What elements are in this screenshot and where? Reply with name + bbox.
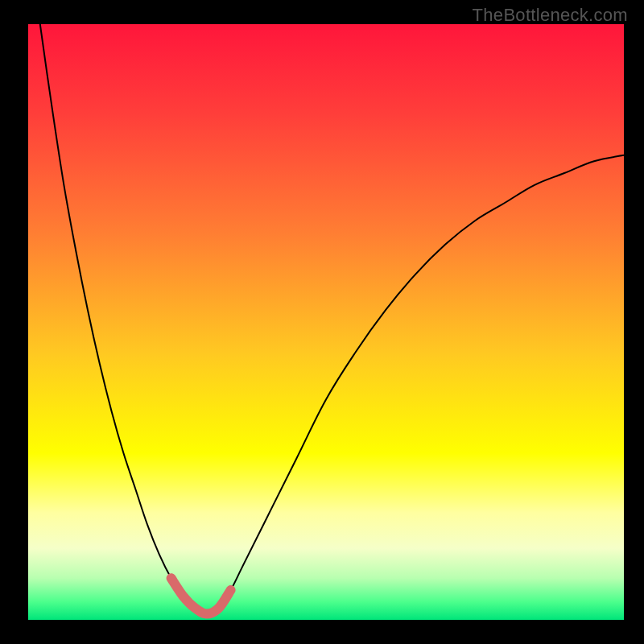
chart-svg [0,0,644,644]
chart-root: TheBottleneck.com [0,0,644,644]
plot-background [28,24,624,620]
watermark-text: TheBottleneck.com [473,5,628,26]
